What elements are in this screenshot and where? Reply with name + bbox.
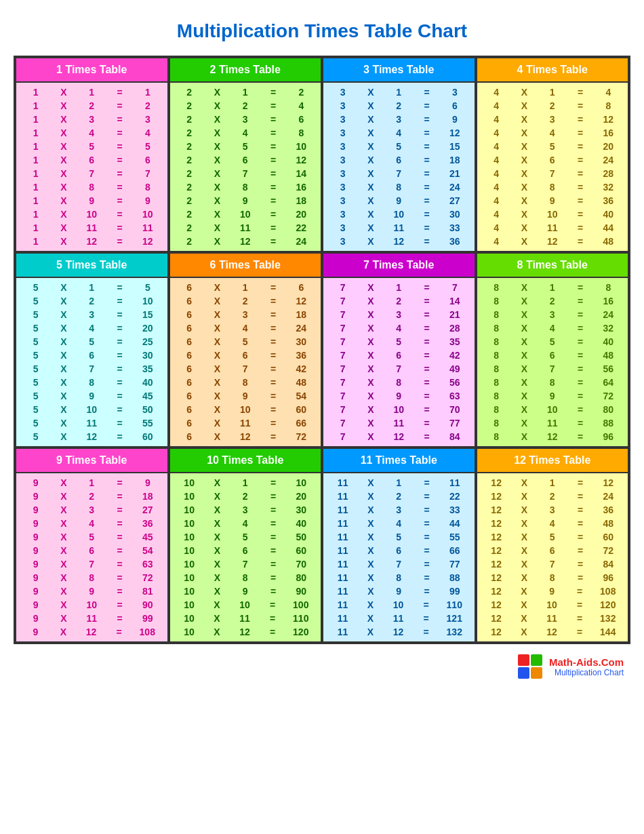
table-cell: X xyxy=(56,559,71,570)
table-row: 10X10=100 xyxy=(176,598,316,612)
table-cell: X xyxy=(363,350,378,361)
table-cell: 100 xyxy=(293,599,308,610)
table-cell: X xyxy=(56,323,71,334)
table-cell: 8 xyxy=(489,431,504,442)
table-cell: 2 xyxy=(391,296,406,306)
table-row: 3X4=12 xyxy=(329,126,469,140)
table-cell: = xyxy=(420,418,435,429)
table-cell: 6 xyxy=(294,114,308,125)
table-cell: X xyxy=(56,141,71,152)
table-cell: 4 xyxy=(489,236,504,247)
table-cell: = xyxy=(573,532,588,542)
table-body-11: 11X1=1111X2=2211X3=3311X4=4411X5=5511X6=… xyxy=(323,473,475,641)
table-cell: X xyxy=(363,572,378,583)
table-cell: 4 xyxy=(84,518,99,529)
table-cell: 4 xyxy=(84,323,99,334)
table-cell: = xyxy=(266,236,281,247)
table-cell: 110 xyxy=(447,599,462,610)
table-cell: 35 xyxy=(140,363,155,374)
table-cell: X xyxy=(517,404,531,415)
table-cell: 12 xyxy=(489,477,504,488)
table-cell: 2 xyxy=(238,491,253,502)
table-cell: 1 xyxy=(28,87,43,98)
table-cell: 6 xyxy=(84,545,99,556)
table-cell: 96 xyxy=(601,572,616,583)
table-cell: 30 xyxy=(294,336,308,347)
table-cell: 21 xyxy=(447,309,462,320)
table-cell: = xyxy=(573,518,588,529)
table-cell: 44 xyxy=(447,518,462,529)
table-cell: = xyxy=(573,336,588,347)
table-row: 8X9=72 xyxy=(483,389,623,403)
table-cell: = xyxy=(573,431,588,442)
table-cell: X xyxy=(209,222,224,233)
table-cell: 10 xyxy=(182,599,197,610)
table-cell: = xyxy=(420,532,435,542)
table-cell: 1 xyxy=(238,87,253,98)
table-row: 10X11=110 xyxy=(176,612,316,625)
table-cell: X xyxy=(56,491,71,502)
table-row: 5X9=45 xyxy=(22,389,162,403)
table-row: 10X3=30 xyxy=(176,503,316,517)
table-cell: = xyxy=(573,222,588,233)
table-cell: 10 xyxy=(182,627,197,637)
table-cell: X xyxy=(363,141,378,152)
table-cell: 9 xyxy=(28,545,43,556)
table-row: 11X6=66 xyxy=(329,544,469,557)
table-row: 2X5=10 xyxy=(176,140,316,153)
table-cell: 8 xyxy=(238,182,253,193)
table-cell: = xyxy=(420,477,435,488)
footer: Math-Aids.Com Multiplication Chart xyxy=(14,654,630,679)
table-cell: = xyxy=(419,613,434,624)
table-cell: 8 xyxy=(294,127,308,138)
table-cell: 70 xyxy=(447,404,462,415)
table-cell: 60 xyxy=(140,431,155,442)
table-cell: X xyxy=(56,586,71,597)
table-cell: 1 xyxy=(28,182,43,193)
table-header-3: 3 Times Table xyxy=(323,58,475,83)
table-cell: 9 xyxy=(391,391,406,401)
table-cell: X xyxy=(517,222,531,233)
table-row: 3X10=30 xyxy=(329,207,469,221)
table-cell: 72 xyxy=(601,545,616,556)
table-cell: 72 xyxy=(140,572,155,583)
table-row: 6X11=66 xyxy=(176,416,316,430)
table-cell: 10 xyxy=(544,599,559,610)
table-cell: = xyxy=(266,418,281,429)
table-cell: = xyxy=(266,559,281,570)
table-cell: X xyxy=(56,572,71,583)
table-cell: = xyxy=(266,195,281,206)
table-cell: 10 xyxy=(238,404,253,415)
table-cell: = xyxy=(420,168,435,179)
table-cell: 1 xyxy=(238,477,253,488)
table-cell: 5 xyxy=(84,532,99,542)
table-row: 1X10=10 xyxy=(22,207,162,221)
table-cell: = xyxy=(573,168,588,179)
table-cell: 9 xyxy=(238,195,253,206)
table-cell: 8 xyxy=(489,404,504,415)
table-cell: X xyxy=(56,296,71,306)
table-cell: = xyxy=(419,627,434,637)
table-cell: 99 xyxy=(447,586,462,597)
table-cell: = xyxy=(113,296,127,306)
table-cell: X xyxy=(517,195,531,206)
table-cell: 6 xyxy=(447,100,462,111)
table-row: 10X8=80 xyxy=(176,571,316,584)
table-cell: 1 xyxy=(28,209,43,220)
table-cell: X xyxy=(363,87,378,98)
table-cell: 8 xyxy=(489,350,504,361)
table-cell: 5 xyxy=(28,323,43,334)
table-cell: 56 xyxy=(447,377,462,388)
table-cell: 5 xyxy=(140,141,155,152)
table-cell: 2 xyxy=(182,114,197,125)
table-cell: 6 xyxy=(391,350,406,361)
table-row: 9X1=9 xyxy=(22,476,162,490)
table-row: 11X4=44 xyxy=(329,517,469,530)
table-cell: 20 xyxy=(140,323,155,334)
table-cell: X xyxy=(363,559,378,570)
table-cell: 8 xyxy=(238,377,253,388)
table-cell: X xyxy=(363,209,378,220)
table-cell: = xyxy=(573,350,588,361)
table-cell: 12 xyxy=(238,431,253,442)
table-cell: 10 xyxy=(140,209,155,220)
